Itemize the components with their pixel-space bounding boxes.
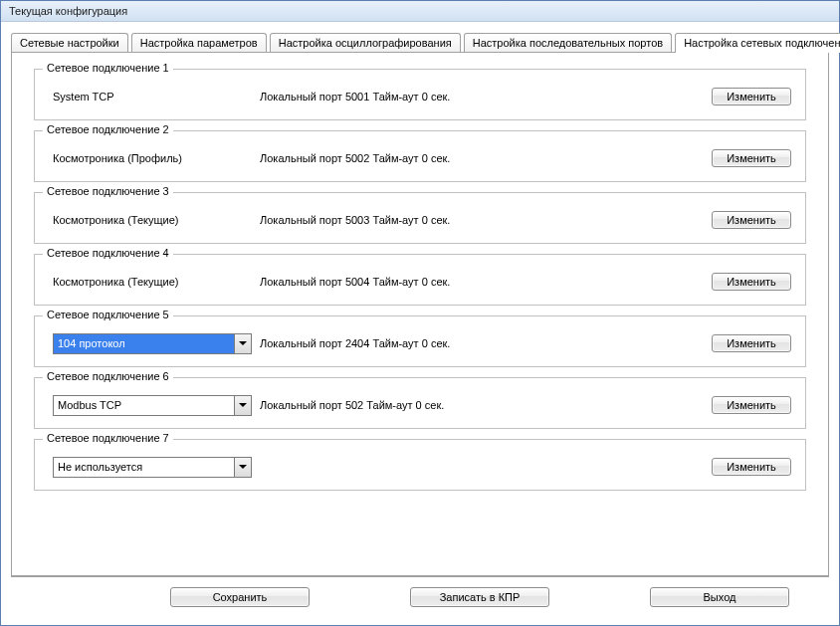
tab-strip: Сетевые настройки Настройка параметров Н… — [11, 30, 829, 52]
window-title: Текущая конфигурация — [1, 1, 839, 22]
content-area: Сетевые настройки Настройка параметров Н… — [1, 22, 839, 625]
conn-7-protocol-value: Не используется — [54, 458, 234, 477]
group-conn-6: Сетевое подключение 6 Modbus TCP Локальн… — [34, 377, 806, 429]
tab-panel: Сетевое подключение 1 System TCP Локальн… — [11, 52, 829, 576]
row-4: Космотроника (Текущие) Локальный порт 50… — [49, 271, 791, 293]
conn-5-protocol-value: 104 протокол — [54, 334, 234, 353]
tab-network-settings[interactable]: Сетевые настройки — [11, 33, 128, 52]
chevron-down-icon[interactable] — [234, 334, 251, 353]
conn-3-edit-button[interactable]: Изменить — [712, 211, 791, 229]
tab-serial-ports[interactable]: Настройка последовательных портов — [464, 33, 672, 52]
group-title-5: Сетевое подключение 5 — [43, 309, 173, 320]
conn-2-info: Локальный порт 5002 Тайм-аут 0 сек. — [260, 152, 692, 164]
group-title-6: Сетевое подключение 6 — [43, 370, 173, 382]
conn-5-protocol-select[interactable]: 104 протокол — [53, 333, 252, 354]
conn-6-edit-button[interactable]: Изменить — [712, 396, 791, 414]
group-title-3: Сетевое подключение 3 — [43, 185, 173, 197]
group-conn-5: Сетевое подключение 5 104 протокол Локал… — [34, 315, 806, 367]
save-button[interactable]: Сохранить — [170, 587, 310, 607]
footer-bar: Сохранить Записать в КПР Выход — [11, 576, 829, 621]
write-kpr-button[interactable]: Записать в КПР — [410, 587, 549, 607]
row-6: Modbus TCP Локальный порт 502 Тайм-аут 0… — [49, 394, 791, 416]
row-7: Не используется Изменить — [49, 456, 791, 478]
row-5: 104 протокол Локальный порт 2404 Тайм-ау… — [49, 332, 791, 354]
conn-6-protocol-select[interactable]: Modbus TCP — [53, 395, 252, 416]
conn-6-protocol-value: Modbus TCP — [54, 396, 234, 415]
group-title-2: Сетевое подключение 2 — [43, 123, 173, 135]
conn-2-edit-button[interactable]: Изменить — [712, 149, 791, 167]
conn-6-info: Локальный порт 502 Тайм-аут 0 сек. — [260, 399, 692, 411]
tab-param-settings[interactable]: Настройка параметров — [131, 33, 267, 52]
group-title-4: Сетевое подключение 4 — [43, 247, 173, 259]
group-conn-3: Сетевое подключение 3 Космотроника (Теку… — [34, 192, 806, 244]
conn-4-protocol: Космотроника (Текущие) — [49, 276, 260, 288]
row-2: Космотроника (Профиль) Локальный порт 50… — [49, 147, 791, 169]
conn-7-protocol-select[interactable]: Не используется — [53, 457, 252, 478]
conn-2-protocol: Космотроника (Профиль) — [49, 152, 260, 164]
group-conn-1: Сетевое подключение 1 System TCP Локальн… — [34, 69, 806, 120]
group-conn-4: Сетевое подключение 4 Космотроника (Теку… — [34, 254, 806, 306]
conn-1-info: Локальный порт 5001 Тайм-аут 0 сек. — [260, 91, 692, 103]
conn-4-info: Локальный порт 5004 Тайм-аут 0 сек. — [260, 276, 692, 288]
conn-1-protocol: System TCP — [49, 91, 260, 103]
conn-3-protocol: Космотроника (Текущие) — [49, 214, 260, 226]
row-3: Космотроника (Текущие) Локальный порт 50… — [49, 209, 791, 231]
conn-5-edit-button[interactable]: Изменить — [712, 334, 791, 352]
group-conn-2: Сетевое подключение 2 Космотроника (Проф… — [34, 130, 806, 182]
conn-5-info: Локальный порт 2404 Тайм-аут 0 сек. — [260, 337, 692, 349]
row-1: System TCP Локальный порт 5001 Тайм-аут … — [49, 86, 791, 107]
tab-oscillography[interactable]: Настройка осциллографирования — [270, 33, 461, 52]
conn-4-edit-button[interactable]: Изменить — [712, 273, 791, 291]
exit-button[interactable]: Выход — [650, 587, 789, 607]
chevron-down-icon[interactable] — [234, 458, 251, 477]
conn-3-info: Локальный порт 5003 Тайм-аут 0 сек. — [260, 214, 692, 226]
conn-7-edit-button[interactable]: Изменить — [712, 458, 791, 476]
tab-network-connections[interactable]: Настройка сетевых подключений — [675, 33, 840, 53]
group-title-1: Сетевое подключение 1 — [43, 62, 173, 74]
chevron-down-icon[interactable] — [234, 396, 251, 415]
conn-1-edit-button[interactable]: Изменить — [712, 88, 791, 105]
config-window: Текущая конфигурация Сетевые настройки Н… — [0, 0, 840, 626]
group-title-7: Сетевое подключение 7 — [43, 432, 173, 444]
group-conn-7: Сетевое подключение 7 Не используется Из… — [34, 439, 806, 491]
